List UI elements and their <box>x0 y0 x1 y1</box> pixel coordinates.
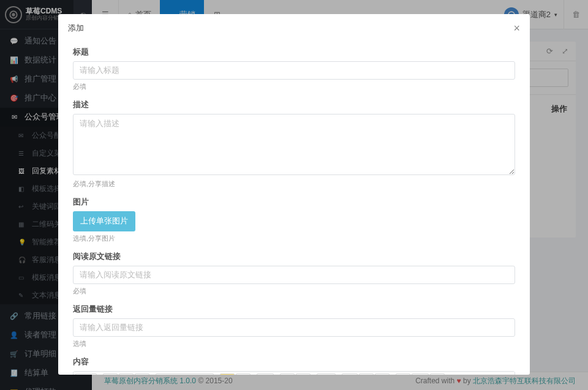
upload-button[interactable]: 上传单张图片 <box>73 211 135 231</box>
text-color-button[interactable]: A <box>220 373 235 375</box>
backlink-hint: 选填 <box>73 339 515 348</box>
title-input[interactable] <box>73 61 515 80</box>
help-button[interactable]: ? <box>430 373 445 375</box>
table-button[interactable]: ▦ <box>317 373 336 375</box>
title-label: 标题 <box>73 47 515 58</box>
desc-hint: 必填,分享描述 <box>73 179 515 189</box>
video-button[interactable]: ▭ <box>375 373 390 375</box>
image-button[interactable]: 🖼 <box>359 373 374 375</box>
magic-button[interactable]: ✨ <box>75 373 97 375</box>
editor-toolbar: ✨ B U S Helvetica Neue A ≡ <box>74 372 514 375</box>
paragraph-button[interactable]: ≡ <box>257 373 273 375</box>
font-family-select[interactable]: Helvetica Neue <box>156 373 214 375</box>
backlink-label: 返回量链接 <box>73 304 515 315</box>
readlink-input[interactable] <box>73 266 515 284</box>
image-hint: 选填,分享图片 <box>73 234 515 243</box>
text-color-caret[interactable] <box>236 373 251 375</box>
ul-button[interactable]: •≡ <box>280 373 295 375</box>
add-modal: 添加 × 标题 必填 描述 必填,分享描述 图片 上传单张图片 选填,分享图片 … <box>58 14 530 375</box>
bold-button[interactable]: B <box>103 373 118 375</box>
backlink-input[interactable] <box>73 318 515 337</box>
desc-label: 描述 <box>73 100 515 110</box>
fullscreen-button[interactable]: ⤢ <box>396 373 410 375</box>
strike-button[interactable]: S <box>135 373 149 375</box>
title-hint: 必填 <box>73 82 515 91</box>
close-button[interactable]: × <box>513 23 520 34</box>
desc-input[interactable] <box>73 114 515 175</box>
modal-title: 添加 <box>68 23 84 34</box>
rich-editor: ✨ B U S Helvetica Neue A ≡ <box>73 371 515 375</box>
content-label: 内容 <box>73 357 515 367</box>
image-label: 图片 <box>73 197 515 208</box>
link-button[interactable]: 🔗 <box>342 373 358 375</box>
code-button[interactable]: </> <box>412 373 429 375</box>
readlink-label: 阅读原文链接 <box>73 252 515 262</box>
underline-button[interactable]: U <box>119 373 134 375</box>
ol-button[interactable]: 1≡ <box>296 373 311 375</box>
readlink-hint: 必填 <box>73 287 515 296</box>
